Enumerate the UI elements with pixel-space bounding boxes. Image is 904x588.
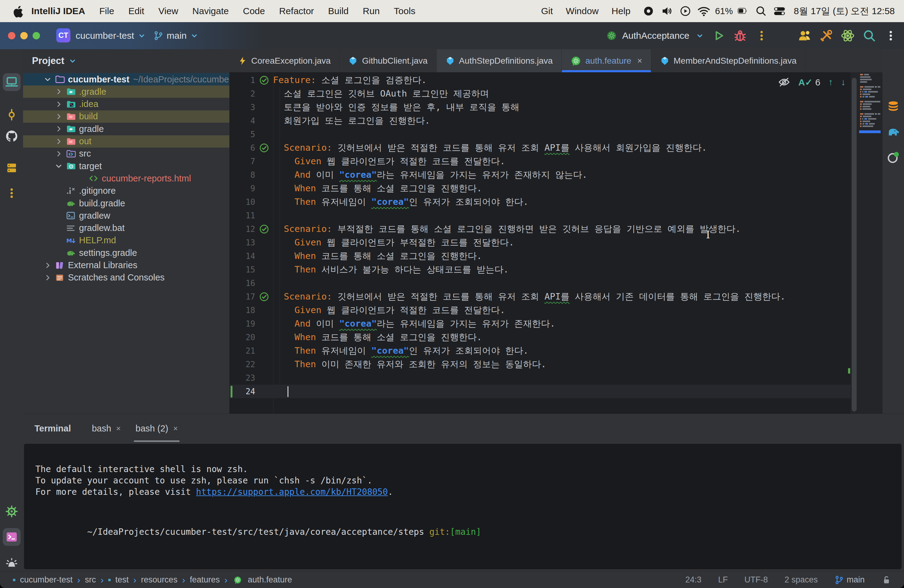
- more-run-options-icon[interactable]: [753, 27, 771, 44]
- record-icon[interactable]: [642, 4, 656, 18]
- chevron-right-icon[interactable]: [43, 273, 52, 282]
- run-button[interactable]: [710, 27, 727, 44]
- chevron-right-icon[interactable]: [54, 137, 63, 146]
- close-window-button[interactable]: [8, 32, 15, 40]
- tree-item-target[interactable]: target: [23, 160, 230, 172]
- tree-item-HELP.md[interactable]: MHELP.md: [23, 234, 230, 247]
- tree-item-.idea[interactable]: .idea: [23, 98, 230, 111]
- tree-item-gradle[interactable]: gradle: [23, 123, 230, 135]
- tree-item-cucumber-reports.html[interactable]: cucumber-reports.html: [23, 172, 230, 185]
- chevron-down-icon[interactable]: [694, 27, 706, 44]
- close-icon[interactable]: ×: [116, 424, 121, 433]
- tree-item-Scratches and Consoles[interactable]: Scratches and Consoles: [23, 272, 230, 284]
- caret-position[interactable]: 24:3: [685, 575, 702, 585]
- problems-alarm-icon[interactable]: [3, 554, 21, 572]
- code-line-4[interactable]: 4 회원가입 또는 로그인을 진행한다.: [229, 114, 850, 128]
- minimize-window-button[interactable]: [20, 32, 28, 40]
- chevron-right-icon[interactable]: [54, 87, 63, 96]
- tree-item-build[interactable]: build: [23, 111, 230, 123]
- breadcrumb-resources[interactable]: resources: [141, 575, 178, 585]
- chevron-right-icon[interactable]: [54, 149, 63, 158]
- github-icon[interactable]: [3, 127, 21, 145]
- settings-gear-icon[interactable]: [3, 503, 21, 520]
- menubar-clock[interactable]: 8월 17일 (토) 오전 12:58: [794, 5, 895, 17]
- support-link[interactable]: https://support.apple.com/kb/HT208050: [196, 487, 388, 497]
- code-line-24[interactable]: 24: [229, 385, 850, 398]
- editor-tab-auth.feature[interactable]: auth.feature×: [562, 49, 651, 72]
- prev-arrow-icon[interactable]: ↑: [828, 77, 833, 87]
- terminal-panel-title[interactable]: Terminal: [35, 424, 71, 434]
- code-line-6[interactable]: 6 Scenario: 깃허브에서 받은 적절한 코드를 통해 유저 조회 AP…: [229, 141, 850, 155]
- editor-tab-AuthStepDefinitions.java[interactable]: AuthStepDefinitions.java: [437, 49, 562, 72]
- line-ending[interactable]: LF: [718, 575, 728, 585]
- terminal-tab-bash[interactable]: bash×: [85, 414, 128, 443]
- menu-item-git[interactable]: Git: [535, 6, 559, 16]
- branch-selector[interactable]: main: [153, 22, 199, 49]
- database-icon[interactable]: [884, 98, 902, 115]
- tree-item-External Libraries[interactable]: External Libraries: [23, 259, 230, 272]
- project-tool-icon[interactable]: [3, 73, 21, 91]
- tree-item-build.gradle[interactable]: build.gradle: [23, 197, 230, 209]
- control-center-icon[interactable]: [773, 4, 787, 18]
- terminal-output-area[interactable]: The default interactive shell is now zsh…: [24, 444, 902, 569]
- volume-icon[interactable]: [660, 4, 674, 18]
- wifi-icon[interactable]: [697, 4, 711, 18]
- code-with-me-icon[interactable]: [796, 27, 814, 44]
- gradle-elephant-icon[interactable]: [884, 122, 902, 140]
- code-line-23[interactable]: 23: [229, 371, 850, 385]
- code-line-22[interactable]: 22 Then 이미 존재한 유저와 조회한 유저의 정보는 동일하다.: [229, 358, 850, 371]
- code-line-21[interactable]: 21 Then 유저네임이 "corea"인 유저가 조회되어야 한다.: [229, 344, 850, 358]
- code-line-13[interactable]: 13 Given 웹 클라이언트가 부적절한 코드를 전달한다.: [229, 236, 850, 250]
- commit-tool-icon[interactable]: [3, 106, 21, 123]
- statusbar-branch[interactable]: main: [834, 575, 864, 585]
- menu-item-tools[interactable]: Tools: [387, 6, 422, 16]
- menu-item-view[interactable]: View: [151, 6, 185, 16]
- code-line-3[interactable]: 3 토큰을 받아와 인증 정보를 받은 후, 내부 로직을 통해: [229, 101, 850, 114]
- code-line-12[interactable]: 12 Scenario: 부적절한 코드를 통해 소셜 로그인을 진행하면 받은…: [229, 222, 850, 236]
- close-icon[interactable]: ×: [173, 424, 178, 433]
- breadcrumb-test[interactable]: test: [115, 575, 129, 585]
- code-line-17[interactable]: 17 Scenario: 깃허브에서 받은 적절한 코드를 통해 유저 조회 A…: [229, 290, 850, 303]
- search-everywhere-icon[interactable]: [860, 27, 878, 44]
- code-line-2[interactable]: 2 소셜 로그인은 깃허브 OAuth 로그인만 제공하며: [229, 87, 850, 101]
- code-line-19[interactable]: 19 And 이미 "corea"라는 유저네임을 가지는 유저가 존재한다.: [229, 317, 850, 330]
- breadcrumb-auth.feature[interactable]: auth.feature: [248, 575, 292, 585]
- menu-item-build[interactable]: Build: [321, 6, 356, 16]
- more-tools-icon[interactable]: [3, 184, 21, 202]
- file-encoding[interactable]: UTF-8: [744, 575, 768, 585]
- indent-setting[interactable]: 2 spaces: [784, 575, 818, 585]
- inspections-widget[interactable]: A✓ 6 ↑ ↓: [778, 76, 846, 88]
- maximize-window-button[interactable]: [33, 32, 40, 40]
- menu-item-window[interactable]: Window: [559, 6, 605, 16]
- code-line-5[interactable]: 5: [229, 128, 850, 141]
- code-line-14[interactable]: 14 When 코드를 통해 소셜 로그인을 진행한다.: [229, 250, 850, 263]
- project-tool-window-header[interactable]: Project: [32, 49, 77, 72]
- tree-item-.gitignore[interactable]: .gitignore: [23, 185, 230, 197]
- breadcrumb-features[interactable]: features: [190, 575, 220, 585]
- menu-item-edit[interactable]: Edit: [121, 6, 151, 16]
- code-line-9[interactable]: 9 When 코드를 통해 소셜 로그인을 진행한다.: [229, 182, 850, 195]
- battery-indicator[interactable]: 61%: [715, 4, 750, 18]
- spotlight-search-icon[interactable]: [754, 4, 768, 18]
- tree-item-src[interactable]: src: [23, 148, 230, 160]
- terminal-tool-icon[interactable]: [3, 528, 21, 546]
- menu-item-code[interactable]: Code: [236, 6, 272, 16]
- code-line-16[interactable]: 16: [229, 277, 850, 290]
- lock-icon[interactable]: [881, 575, 892, 585]
- play-circle-icon[interactable]: [678, 4, 692, 18]
- menu-item-help[interactable]: Help: [605, 6, 637, 16]
- editor-tab-CoreaException.java[interactable]: CoreaException.java: [229, 49, 340, 72]
- chevron-right-icon[interactable]: [54, 100, 63, 109]
- chevron-down-icon[interactable]: [43, 75, 52, 84]
- chevron-down-icon[interactable]: [54, 162, 63, 171]
- chevron-right-icon[interactable]: [54, 125, 63, 133]
- tree-item-gradlew.bat[interactable]: gradlew.bat: [23, 222, 230, 234]
- menu-item-navigate[interactable]: Navigate: [185, 6, 236, 16]
- profiler-icon[interactable]: [839, 27, 857, 44]
- scrollbar-thumb[interactable]: [852, 78, 857, 411]
- chevron-right-icon[interactable]: [43, 261, 52, 270]
- database-tool-icon[interactable]: [3, 159, 21, 177]
- code-line-20[interactable]: 20 When 코드를 통해 소셜 로그인을 진행한다.: [229, 330, 850, 344]
- tree-item-out[interactable]: out: [23, 135, 230, 148]
- tree-item-settings.gradle[interactable]: settings.gradle: [23, 247, 230, 259]
